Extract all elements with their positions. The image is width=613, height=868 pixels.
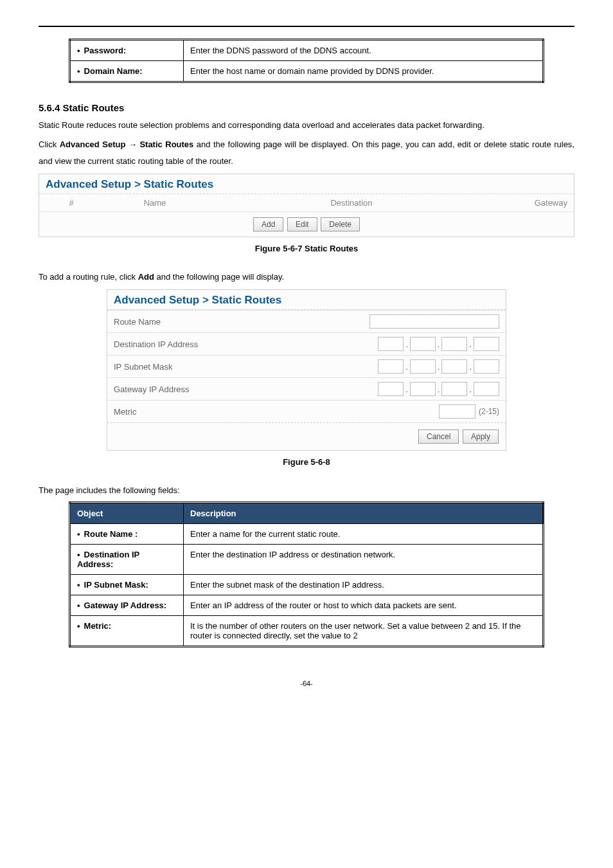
after-fig1-text: To add a routing rule, click Add and the… xyxy=(39,269,574,285)
route-name-input[interactable] xyxy=(369,314,499,329)
arrow: → xyxy=(125,140,139,149)
obj-label: Password: xyxy=(77,46,126,55)
label-metric: Metric xyxy=(114,407,439,417)
ip-octet-input[interactable] xyxy=(441,382,467,396)
table-row: Gateway IP Address: Enter an IP address … xyxy=(70,595,544,616)
ip-octet-input[interactable] xyxy=(410,359,436,374)
fig1-title: Advanced Setup > Static Routes xyxy=(39,174,574,194)
obj-label: Destination IP Address: xyxy=(77,550,139,569)
bold-text: Add xyxy=(138,272,154,282)
section-heading: 5.6.4 Static Routes xyxy=(39,102,574,113)
table-row: Metric: It is the number of other router… xyxy=(70,616,544,647)
label-subnet: IP Subnet Mask xyxy=(114,362,378,372)
ip-octet-input[interactable] xyxy=(378,382,404,396)
dot: . xyxy=(438,339,440,349)
obj-label: Metric: xyxy=(77,621,111,631)
ip-octet-input[interactable] xyxy=(474,337,499,351)
ip-octet-input[interactable] xyxy=(441,359,467,374)
bold-text: Advanced Setup xyxy=(60,140,126,149)
ip-octet-input[interactable] xyxy=(474,359,499,374)
fig2-title: Advanced Setup > Static Routes xyxy=(107,290,506,310)
obj-desc: Enter a name for the current static rout… xyxy=(184,524,544,545)
text: and the following page will display. xyxy=(154,272,284,282)
fig2-caption: Figure 5-6-8 xyxy=(39,457,574,467)
row-route-name: Route Name xyxy=(107,310,506,332)
obj-desc: Enter the host name or domain name provi… xyxy=(184,61,544,82)
obj-desc: Enter the destination IP address or dest… xyxy=(184,545,544,575)
table-row: Domain Name: Enter the host name or doma… xyxy=(70,61,544,82)
text: Click xyxy=(39,140,60,149)
edit-button[interactable]: Edit xyxy=(287,217,317,231)
dot: . xyxy=(469,362,472,372)
table-row: Password: Enter the DDNS password of the… xyxy=(70,40,544,61)
ip-octet-input[interactable] xyxy=(410,382,436,396)
dot: . xyxy=(469,384,472,394)
apply-button[interactable]: Apply xyxy=(463,429,499,444)
fig1-columns: # Name Destination Gateway xyxy=(39,194,574,212)
dot: . xyxy=(405,362,408,372)
th-desc: Description xyxy=(184,503,544,524)
after-fig2-text: The page includes the following fields: xyxy=(39,482,574,499)
obj-label: IP Subnet Mask: xyxy=(77,580,148,590)
obj-desc: Enter an IP address of the router or hos… xyxy=(184,595,544,616)
ip-octet-input[interactable] xyxy=(441,337,467,351)
obj-label: Route Name : xyxy=(77,529,138,539)
dot: . xyxy=(438,384,440,394)
th-object: Object xyxy=(70,503,184,524)
figure-static-routes-list: Advanced Setup > Static Routes # Name De… xyxy=(39,174,574,237)
obj-desc: Enter the subnet mask of the destination… xyxy=(184,575,544,595)
ip-octet-input[interactable] xyxy=(378,359,404,374)
fields-table: Object Description Route Name : Enter a … xyxy=(69,502,544,647)
ip-octet-input[interactable] xyxy=(474,382,499,396)
dot: . xyxy=(469,339,472,349)
table-header: Object Description xyxy=(70,503,544,524)
col-destination: Destination xyxy=(213,198,490,208)
dot: . xyxy=(405,384,408,394)
page-number: -64- xyxy=(39,680,574,687)
col-hash: # xyxy=(46,198,97,208)
top-rule xyxy=(39,26,574,27)
fig2-buttons: Cancel Apply xyxy=(107,422,506,450)
dot: . xyxy=(405,339,408,349)
fig1-caption: Figure 5-6-7 Static Routes xyxy=(39,244,574,253)
label-gateway: Gateway IP Address xyxy=(114,384,378,394)
section-para2: Click Advanced Setup → Static Routes and… xyxy=(39,136,574,170)
row-gateway: Gateway IP Address . . . xyxy=(107,377,506,400)
ip-octet-input[interactable] xyxy=(410,337,436,351)
ip-octet-input[interactable] xyxy=(378,337,404,351)
text: To add a routing rule, click xyxy=(39,272,138,282)
row-metric: Metric (2-15) xyxy=(107,400,506,422)
cancel-button[interactable]: Cancel xyxy=(418,429,459,444)
obj-label: Gateway IP Address: xyxy=(77,601,166,610)
fig1-buttons: Add Edit Delete xyxy=(39,212,574,237)
label-route-name: Route Name xyxy=(114,317,369,327)
figure-static-routes-form: Advanced Setup > Static Routes Route Nam… xyxy=(107,289,506,451)
obj-desc: It is the number of other routers on the… xyxy=(184,616,544,647)
label-dest-ip: Destination IP Address xyxy=(114,339,378,349)
obj-label: Domain Name: xyxy=(77,66,143,76)
metric-hint: (2-15) xyxy=(479,407,499,416)
ddns-table: Password: Enter the DDNS password of the… xyxy=(69,39,544,83)
add-button[interactable]: Add xyxy=(253,217,283,231)
row-subnet: IP Subnet Mask . . . xyxy=(107,355,506,377)
metric-input[interactable] xyxy=(439,404,475,419)
col-gateway: Gateway xyxy=(490,198,567,208)
bold-text: Static Routes xyxy=(139,140,193,149)
section-para1: Static Route reduces route selection pro… xyxy=(39,117,574,134)
dot: . xyxy=(438,362,440,372)
obj-desc: Enter the DDNS password of the DDNS acco… xyxy=(184,40,544,61)
table-row: IP Subnet Mask: Enter the subnet mask of… xyxy=(70,575,544,595)
table-row: Destination IP Address: Enter the destin… xyxy=(70,545,544,575)
col-name: Name xyxy=(97,198,213,208)
delete-button[interactable]: Delete xyxy=(321,217,360,231)
row-dest-ip: Destination IP Address . . . xyxy=(107,332,506,355)
table-row: Route Name : Enter a name for the curren… xyxy=(70,524,544,545)
